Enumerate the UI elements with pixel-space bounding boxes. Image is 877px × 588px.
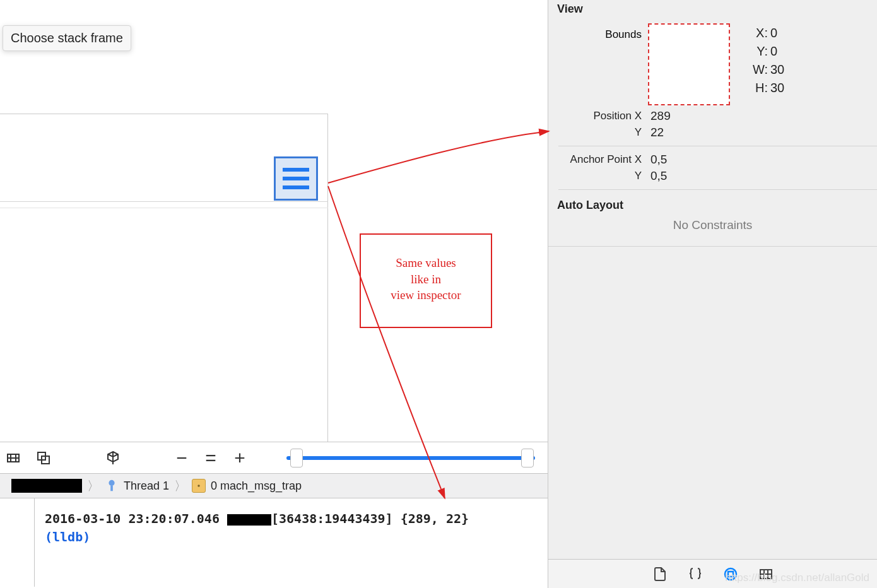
bounds-y: 0 [770,44,777,59]
3d-view-icon[interactable] [105,450,121,466]
position-y-label: Y [548,126,648,139]
spacing-slider[interactable] [286,449,535,467]
svg-point-5 [197,485,200,487]
console-bracket: [36438:19443439] [271,511,393,526]
frame-label[interactable]: 0 mach_msg_trap [211,479,302,493]
clipped-views-icon[interactable] [35,450,52,466]
anchor-x-value[interactable]: 0,5 [648,153,667,167]
tab-file-icon[interactable] [650,565,669,584]
chevron-right-icon: 〉 [174,478,187,495]
process-name-redacted [11,479,82,493]
watermark: https://blog.csdn.net/allanGold [725,572,869,584]
chevron-right-icon: 〉 [87,478,100,495]
zoom-reset-button[interactable]: = [203,447,218,469]
bounds-h: 30 [770,81,784,95]
gear-icon [192,479,206,493]
constraints-icon[interactable] [5,450,21,466]
annotation-box [360,233,492,328]
console-timestamp: 2016-03-10 23:20:07.046 [45,511,220,526]
lldb-prompt: (lldb) [45,529,90,544]
anchor-x-label: Anchor Point X [548,153,648,166]
section-title-view: View [548,0,877,21]
anchor-y-label: Y [548,170,648,182]
debug-console[interactable]: 2016-03-10 23:20:07.046 [36438:19443439]… [34,498,548,587]
bounds-preview-box[interactable] [648,23,730,105]
position-x-label: Position X [548,110,648,122]
choose-stack-frame-popup[interactable]: Choose stack frame [3,25,131,51]
svg-point-3 [109,480,114,486]
thread-label[interactable]: Thread 1 [124,479,169,493]
hamburger-icon [283,168,309,189]
zoom-out-button[interactable]: − [174,447,189,469]
inspector-panel: View Bounds X:0 Y:0 W:30 H:30 Position X… [548,0,877,588]
section-title-autolayout: Auto Layout [548,195,877,216]
position-x-value[interactable]: 289 [648,109,671,123]
thread-icon [105,479,119,493]
tab-braces-icon[interactable] [686,565,705,584]
bounds-values: X:0 Y:0 W:30 H:30 [750,23,784,95]
bounds-label: Bounds [548,23,648,41]
position-y-value[interactable]: 22 [648,126,664,139]
hamburger-button[interactable] [274,156,318,201]
bounds-x: 0 [770,26,777,40]
svg-rect-4 [110,486,113,491]
console-redacted [227,514,271,526]
bounds-w: 30 [770,62,784,77]
console-value: {289, 22} [401,511,469,526]
no-constraints-label: No Constraints [548,216,877,241]
debug-view-toolbar: − = + [0,442,548,473]
debug-breadcrumb: 〉 Thread 1 〉 0 mach_msg_trap [0,473,548,498]
zoom-in-button[interactable]: + [232,447,247,469]
anchor-y-value[interactable]: 0,5 [648,169,667,183]
annotation-text: Same values like in view inspector [360,255,492,303]
annotation-arrow-top [319,120,558,196]
